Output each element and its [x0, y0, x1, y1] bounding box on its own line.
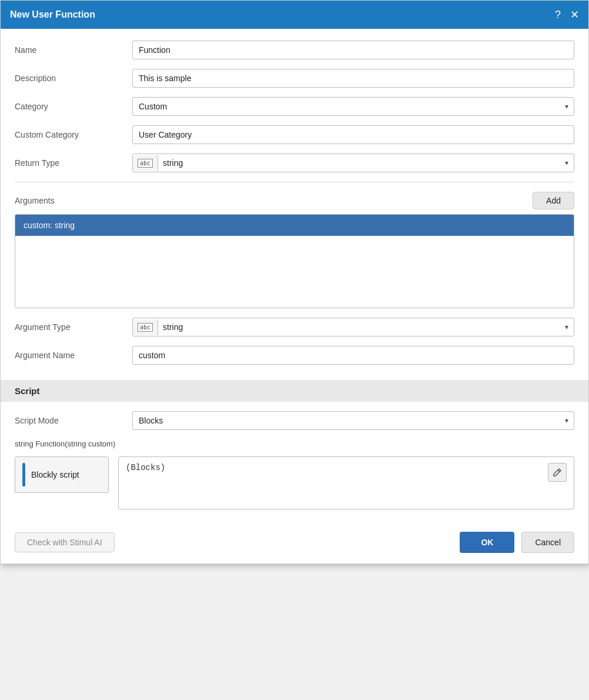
arguments-list: custom: string — [15, 214, 574, 308]
arguments-label: Arguments — [15, 196, 55, 205]
script-mode-label: Script Mode — [15, 416, 132, 425]
script-section-label: Script — [15, 386, 40, 396]
name-field-wrap — [132, 41, 574, 59]
return-type-select-wrap: abc string number boolean datetime ▾ — [132, 154, 574, 172]
help-button[interactable]: ? — [555, 9, 561, 21]
script-mode-select-wrapper: Blocks JavaScript C# ▾ — [132, 411, 574, 430]
argument-type-icon: abc — [133, 319, 158, 335]
ok-button[interactable]: OK — [460, 532, 514, 553]
name-row: Name — [15, 41, 574, 59]
return-type-icon: abc — [133, 155, 158, 171]
close-button[interactable]: ✕ — [570, 8, 579, 21]
edit-script-button[interactable] — [548, 463, 567, 482]
return-type-field-wrap: abc string number boolean datetime ▾ — [132, 154, 574, 172]
return-type-row: Return Type abc string number boolean da… — [15, 154, 574, 172]
script-area: Blockly script (Blocks) — [15, 456, 574, 509]
argument-type-field-wrap: abc string number boolean datetime ▾ — [132, 318, 574, 336]
argument-name-input[interactable] — [132, 346, 574, 365]
check-ai-button[interactable]: Check with Stimul AI — [15, 532, 115, 552]
argument-type-select-wrap: abc string number boolean datetime ▾ — [132, 318, 574, 336]
argument-item[interactable]: custom: string — [15, 215, 574, 236]
category-select-wrapper: Custom Math String Date ▾ — [132, 97, 574, 116]
blockly-panel[interactable]: Blockly script — [15, 456, 109, 493]
argument-name-field-wrap — [132, 346, 574, 365]
custom-category-label: Custom Category — [15, 130, 132, 139]
blockly-label: Blockly script — [31, 470, 79, 479]
custom-category-input[interactable] — [132, 125, 574, 144]
description-label: Description — [15, 74, 132, 83]
custom-category-field-wrap — [132, 125, 574, 144]
argument-name-label: Argument Name — [15, 351, 132, 360]
dialog-body: Name Description Category Custom Math St… — [1, 29, 588, 380]
dialog-title: New User Function — [10, 9, 95, 20]
name-input[interactable] — [132, 41, 574, 59]
script-mode-field-wrap: Blocks JavaScript C# ▾ — [132, 411, 574, 430]
category-label: Category — [15, 102, 132, 111]
return-type-label: Return Type — [15, 158, 132, 168]
pencil-icon — [553, 468, 562, 477]
return-type-select-container: abc string number boolean datetime — [132, 154, 574, 172]
dialog-header: New User Function ? ✕ — [1, 1, 588, 29]
category-field-wrap: Custom Math String Date ▾ — [132, 97, 574, 116]
argument-type-select-container: abc string number boolean datetime — [132, 318, 574, 336]
argument-item-text: custom: string — [24, 221, 75, 230]
description-row: Description — [15, 69, 574, 88]
argument-name-row: Argument Name — [15, 346, 574, 365]
script-body: Script Mode Blocks JavaScript C# ▾ strin… — [1, 402, 588, 525]
blockly-indicator — [22, 463, 25, 486]
argument-type-select[interactable]: string number boolean datetime — [158, 318, 574, 336]
cancel-button[interactable]: Cancel — [521, 532, 574, 553]
add-argument-button[interactable]: Add — [533, 192, 574, 209]
code-panel: (Blocks) — [118, 456, 574, 509]
return-type-abc-icon: abc — [138, 159, 153, 168]
footer-right: OK Cancel — [460, 532, 574, 553]
function-signature: string Function(string custom) — [15, 439, 574, 448]
dialog-new-user-function: New User Function ? ✕ Name Description C… — [0, 0, 589, 564]
divider-1 — [15, 182, 574, 182]
description-field-wrap — [132, 69, 574, 88]
argument-type-abc-icon: abc — [138, 323, 153, 332]
return-type-select[interactable]: string number boolean datetime — [158, 154, 574, 172]
script-mode-select[interactable]: Blocks JavaScript C# — [132, 411, 574, 430]
dialog-footer: Check with Stimul AI OK Cancel — [1, 525, 588, 564]
category-row: Category Custom Math String Date ▾ — [15, 97, 574, 116]
custom-category-row: Custom Category — [15, 125, 574, 144]
argument-type-row: Argument Type abc string number boolean … — [15, 318, 574, 336]
header-icons: ? ✕ — [555, 8, 579, 21]
script-section-header: Script — [1, 380, 588, 402]
argument-type-label: Argument Type — [15, 322, 132, 332]
description-input[interactable] — [132, 69, 574, 88]
script-mode-row: Script Mode Blocks JavaScript C# ▾ — [15, 411, 574, 430]
code-content: (Blocks) — [126, 463, 548, 472]
arguments-header-row: Arguments Add — [15, 192, 574, 209]
name-label: Name — [15, 45, 132, 55]
category-select[interactable]: Custom Math String Date — [132, 97, 574, 116]
